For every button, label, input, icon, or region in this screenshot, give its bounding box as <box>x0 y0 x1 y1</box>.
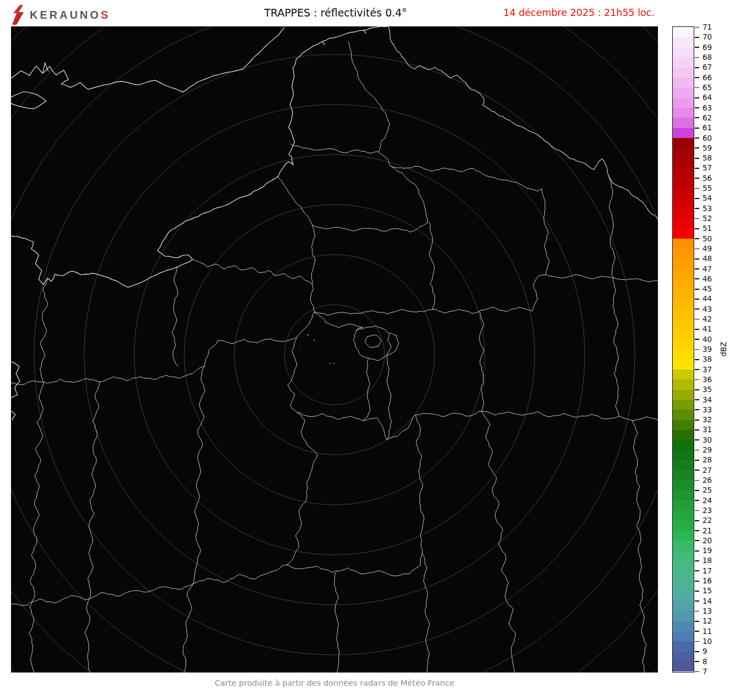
colorbar-cell <box>673 309 694 319</box>
colorbar-tick <box>695 591 699 592</box>
colorbar-tick-label: 44 <box>702 295 712 303</box>
radar-map <box>11 26 658 673</box>
colorbar-tick-label: 23 <box>702 506 712 515</box>
colorbar-tick-label: 61 <box>702 124 712 132</box>
colorbar-tick <box>695 218 699 219</box>
colorbar-cell <box>673 107 694 118</box>
header-bar: KERAUNOS TRAPPES : réflectivités 0.4° 14… <box>0 0 730 26</box>
colorbar-tick-label: 71 <box>702 23 712 31</box>
colorbar-tick <box>695 651 699 652</box>
colorbar-cell <box>673 389 694 400</box>
colorbar-tick <box>695 631 699 632</box>
colorbar-cell <box>673 87 694 98</box>
colorbar-tick <box>695 198 699 199</box>
colorbar-cell <box>673 581 694 591</box>
colorbar-tick <box>695 128 699 129</box>
colorbar-tick-label: 34 <box>702 396 712 404</box>
colorbar-tick <box>695 611 699 612</box>
colorbar-tick <box>695 540 699 541</box>
radar-echo <box>307 334 309 335</box>
colorbar-tick <box>695 249 699 250</box>
colorbar-cell <box>673 268 694 279</box>
colorbar-tick-label: 62 <box>702 114 712 122</box>
colorbar-cell <box>673 470 694 481</box>
colorbar-tick-label: 14 <box>702 597 712 605</box>
colorbar-tick-label: 38 <box>702 355 712 363</box>
colorbar-tick <box>695 208 699 209</box>
colorbar-cell <box>673 550 694 561</box>
colorbar-cell <box>673 178 694 189</box>
colorbar-tick-label: 40 <box>702 335 712 344</box>
colorbar-cell <box>673 37 694 47</box>
radar-echo <box>329 363 330 364</box>
colorbar-tick <box>695 560 699 561</box>
keraunos-logo: KERAUNOS <box>11 4 110 25</box>
colorbar-cell <box>673 67 694 78</box>
radar-map-canvas <box>11 26 658 673</box>
logo-wordmark: KERAUNOS <box>30 9 110 21</box>
colorbar-tick-label: 16 <box>702 577 712 585</box>
colorbar-tick-label: 58 <box>702 154 712 162</box>
colorbar-cell <box>673 571 694 581</box>
colorbar-tick-label: 46 <box>702 275 712 283</box>
colorbar-tick <box>695 97 699 98</box>
colorbar-cell <box>673 450 694 460</box>
colorbar-tick-label: 59 <box>702 144 712 152</box>
colorbar-cell <box>673 661 694 671</box>
colorbar-tick <box>695 490 699 491</box>
colorbar-tick <box>695 429 699 431</box>
colorbar-unit-label: dBZ <box>719 341 728 356</box>
colorbar-tick-label: 17 <box>702 567 712 575</box>
colorbar-cell <box>673 339 694 350</box>
colorbar-tick <box>695 319 699 320</box>
colorbar-tick <box>695 228 699 229</box>
colorbar-gradient <box>672 26 694 673</box>
colorbar-tick <box>695 339 699 340</box>
colorbar-tick-label: 42 <box>702 315 712 323</box>
colorbar-cell <box>673 359 694 370</box>
colorbar-tick-label: 31 <box>702 426 712 434</box>
colorbar-tick <box>695 460 699 461</box>
colorbar-cell <box>673 429 694 440</box>
colorbar-tick <box>695 168 699 169</box>
colorbar-tick-label: 50 <box>702 235 712 243</box>
colorbar-tick-label: 56 <box>702 174 712 183</box>
colorbar-tick <box>695 389 699 390</box>
colorbar-tick-label: 11 <box>702 627 712 636</box>
colorbar-cell <box>673 319 694 329</box>
footer-caption: Carte produite à partir des données rada… <box>11 679 658 687</box>
colorbar-tick-label: 19 <box>702 547 712 555</box>
colorbar-tick <box>695 399 699 400</box>
colorbar-cell <box>673 208 694 219</box>
colorbar-cell <box>673 289 694 299</box>
colorbar-tick-label: 51 <box>702 224 712 233</box>
colorbar-cell <box>673 137 694 148</box>
colorbar-cell <box>673 238 694 249</box>
colorbar-tick-label: 70 <box>702 33 712 41</box>
colorbar-tick <box>695 621 699 622</box>
colorbar-cell <box>673 279 694 289</box>
colorbar-cell <box>673 560 694 571</box>
colorbar-tick-label: 67 <box>702 63 712 71</box>
colorbar-cell <box>673 118 694 128</box>
colorbar-tick-label: 36 <box>702 376 712 384</box>
colorbar-tick <box>695 107 699 108</box>
colorbar-cell <box>673 591 694 601</box>
colorbar-tick <box>695 329 699 330</box>
colorbar-tick-label: 25 <box>702 486 712 494</box>
colorbar-tick-label: 55 <box>702 184 712 192</box>
colorbar-tick-label: 32 <box>702 416 712 424</box>
colorbar-tick-label: 10 <box>702 637 712 646</box>
colorbar-tick-label: 45 <box>702 285 712 293</box>
colorbar-tick-label: 33 <box>702 406 712 414</box>
colorbar-cell <box>673 460 694 470</box>
colorbar-tick <box>695 137 699 139</box>
colorbar-cell <box>673 631 694 642</box>
colorbar-tick-label: 57 <box>702 164 712 172</box>
colorbar-tick <box>695 278 699 279</box>
colorbar-cell <box>673 520 694 531</box>
colorbar-cell <box>673 158 694 168</box>
colorbar-tick <box>695 520 699 521</box>
colorbar-tick <box>695 188 699 189</box>
colorbar-tick <box>695 158 699 159</box>
